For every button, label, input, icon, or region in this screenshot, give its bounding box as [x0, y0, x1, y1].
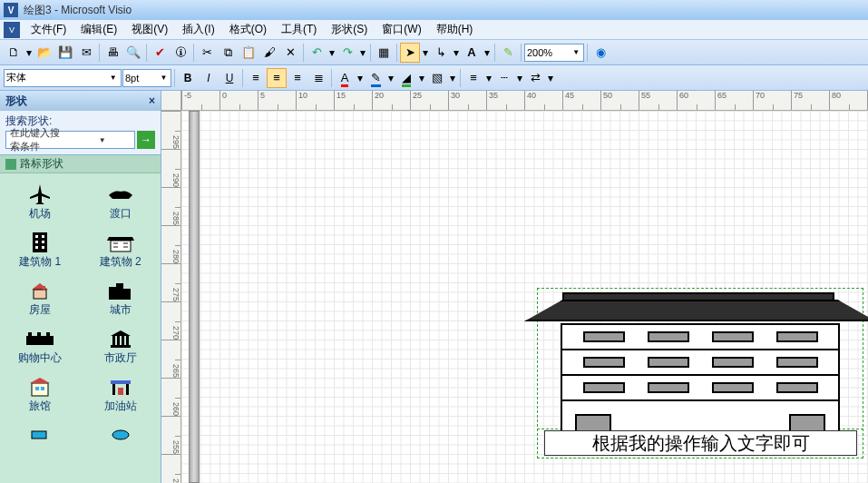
- line-color-button[interactable]: ✎: [366, 68, 385, 88]
- search-dropdown-icon[interactable]: ▼: [71, 136, 135, 144]
- menu-help[interactable]: 帮助(H): [429, 20, 481, 39]
- menu-window[interactable]: 窗口(W): [375, 20, 428, 39]
- font-size-dropdown-icon[interactable]: ▼: [159, 74, 169, 82]
- line-ends-button[interactable]: ⇄: [525, 68, 545, 88]
- shape-partial-2[interactable]: [81, 419, 161, 450]
- redo-dropdown[interactable]: ▾: [358, 46, 367, 59]
- mail-button[interactable]: ✉: [76, 43, 96, 63]
- ink-button[interactable]: ✎: [498, 43, 518, 63]
- research-button[interactable]: 🛈: [171, 43, 190, 63]
- align-right-button[interactable]: ≡: [288, 68, 307, 88]
- shape-mall[interactable]: 购物中心: [0, 323, 81, 370]
- shadow-color-button[interactable]: ▧: [427, 68, 447, 88]
- title-bar: V 绘图3 - Microsoft Visio: [0, 0, 868, 20]
- search-go-button[interactable]: →: [137, 131, 155, 149]
- shape-cityhall[interactable]: 市政厅: [81, 323, 161, 370]
- shape-building1[interactable]: 建筑物 1: [0, 227, 81, 273]
- menu-format[interactable]: 格式(O): [222, 20, 274, 39]
- svg-rect-4: [42, 241, 44, 243]
- building-shape[interactable]: [551, 292, 849, 451]
- shape-label: 城市: [110, 302, 132, 318]
- shape-partial-1[interactable]: [0, 419, 81, 450]
- svg-rect-1: [35, 235, 38, 238]
- menu-file[interactable]: 文件(F): [24, 20, 73, 39]
- connector-tool-button[interactable]: ↳: [431, 43, 451, 63]
- font-size-combo[interactable]: ▼: [122, 69, 171, 87]
- font-face-combo[interactable]: ▼: [4, 69, 122, 87]
- save-button[interactable]: 💾: [55, 43, 75, 63]
- search-combo[interactable]: 在此键入搜索条件 ▼: [5, 131, 135, 149]
- open-button[interactable]: 📂: [34, 43, 54, 63]
- fill-color-button[interactable]: ◢: [396, 68, 416, 88]
- text-dropdown[interactable]: ▾: [483, 46, 492, 59]
- align-center-button[interactable]: ≡: [267, 68, 287, 88]
- shape-airport[interactable]: 机场: [0, 179, 81, 225]
- line-pattern-dropdown[interactable]: ▾: [515, 72, 524, 84]
- font-face-input[interactable]: [6, 73, 107, 84]
- ruler-tick: -5: [181, 91, 219, 110]
- line-weight-dropdown[interactable]: ▾: [484, 72, 493, 84]
- connector-dropdown[interactable]: ▾: [452, 46, 461, 59]
- menu-view[interactable]: 视图(V): [124, 20, 175, 39]
- zoom-input[interactable]: [527, 47, 571, 58]
- close-panel-button[interactable]: ×: [149, 94, 155, 107]
- zoom-combo[interactable]: ▼: [524, 44, 584, 62]
- ruler-vertical[interactable]: 295 290 285 280 275 270 265 260 255 250: [161, 111, 181, 483]
- svg-rect-29: [32, 383, 48, 396]
- shape-gas[interactable]: 加油站: [81, 371, 161, 418]
- line-weight-button[interactable]: ≡: [463, 68, 483, 88]
- spelling-button[interactable]: ✔: [150, 43, 170, 63]
- italic-button[interactable]: I: [199, 68, 219, 88]
- line-pattern-button[interactable]: ┄: [494, 68, 514, 88]
- shapes-window-button[interactable]: ▦: [374, 43, 394, 63]
- font-color-button[interactable]: A: [335, 68, 355, 88]
- font-color-dropdown[interactable]: ▾: [356, 72, 365, 84]
- formatting-toolbar: ▼ ▼ B I U ≡ ≡ ≡ ≣ A▾ ✎▾ ◢▾ ▧▾ ≡▾ ┄▾ ⇄▾: [0, 65, 868, 91]
- shape-house[interactable]: 房屋: [0, 275, 81, 321]
- cut-button[interactable]: ✂: [197, 43, 217, 63]
- delete-button[interactable]: ✕: [280, 43, 300, 63]
- new-button[interactable]: 🗋: [4, 43, 24, 63]
- print-preview-button[interactable]: 🔍: [123, 43, 143, 63]
- shape-building2[interactable]: 建筑物 2: [81, 227, 161, 273]
- shape-ferry[interactable]: 渡口: [81, 179, 161, 225]
- undo-button[interactable]: ↶: [307, 43, 327, 63]
- shape-caption-text[interactable]: 根据我的操作输入文字即可: [544, 430, 857, 456]
- svg-rect-22: [46, 332, 50, 336]
- underline-button[interactable]: U: [219, 68, 239, 88]
- ruler-tick: 35: [486, 91, 524, 110]
- font-face-dropdown-icon[interactable]: ▼: [107, 74, 119, 82]
- copy-button[interactable]: ⧉: [218, 43, 238, 63]
- ruler-horizontal[interactable]: -5 0 5 10 15 20 25 30 35 40 45 50 55 60 …: [181, 91, 868, 111]
- align-left-button[interactable]: ≡: [246, 68, 266, 88]
- fill-color-dropdown[interactable]: ▾: [417, 72, 426, 84]
- redo-button[interactable]: ↷: [337, 43, 357, 63]
- menu-edit[interactable]: 编辑(E): [73, 20, 124, 39]
- bold-button[interactable]: B: [178, 68, 198, 88]
- category-icon: [5, 159, 16, 170]
- pointer-dropdown[interactable]: ▾: [421, 46, 430, 59]
- ruler-tick: 250: [161, 454, 180, 483]
- menu-tools[interactable]: 工具(T): [274, 20, 324, 39]
- help-button[interactable]: ◉: [590, 43, 610, 63]
- pointer-tool-button[interactable]: ➤: [400, 43, 420, 63]
- menu-insert[interactable]: 插入(I): [175, 20, 221, 39]
- drawing-canvas[interactable]: 根据我的操作输入文字即可: [181, 111, 868, 483]
- zoom-dropdown-icon[interactable]: ▼: [571, 48, 581, 56]
- line-color-dropdown[interactable]: ▾: [386, 72, 395, 84]
- font-size-input[interactable]: [125, 73, 159, 84]
- format-painter-button[interactable]: 🖌: [259, 43, 279, 63]
- shape-category-header[interactable]: 路标形状: [0, 155, 161, 173]
- shape-hotel[interactable]: 旅馆: [0, 371, 81, 418]
- text-tool-button[interactable]: A: [462, 43, 482, 63]
- new-dropdown[interactable]: ▾: [24, 46, 34, 59]
- menu-shapes[interactable]: 形状(S): [324, 20, 375, 39]
- print-button[interactable]: 🖶: [102, 43, 122, 63]
- shape-city[interactable]: 城市: [81, 275, 161, 321]
- align-justify-button[interactable]: ≣: [308, 68, 328, 88]
- undo-dropdown[interactable]: ▾: [327, 46, 336, 59]
- paste-button[interactable]: 📋: [239, 43, 258, 63]
- ferry-icon: [104, 182, 137, 206]
- shadow-dropdown[interactable]: ▾: [448, 72, 457, 84]
- line-ends-dropdown[interactable]: ▾: [546, 72, 555, 84]
